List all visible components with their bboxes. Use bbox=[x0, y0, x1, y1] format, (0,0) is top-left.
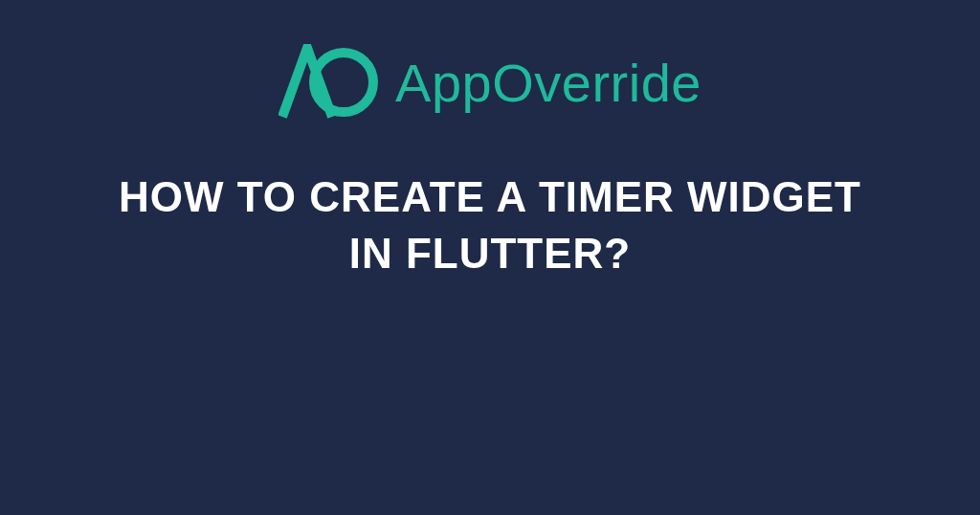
banner-container: AppOverride HOW TO CREATE A TIMER WIDGET… bbox=[0, 0, 980, 515]
brand-name: AppOverride bbox=[395, 52, 702, 114]
logo-icon bbox=[278, 44, 378, 121]
headline-text: HOW TO CREATE A TIMER WIDGET IN FLUTTER? bbox=[98, 168, 882, 282]
logo-row: AppOverride bbox=[278, 44, 702, 121]
